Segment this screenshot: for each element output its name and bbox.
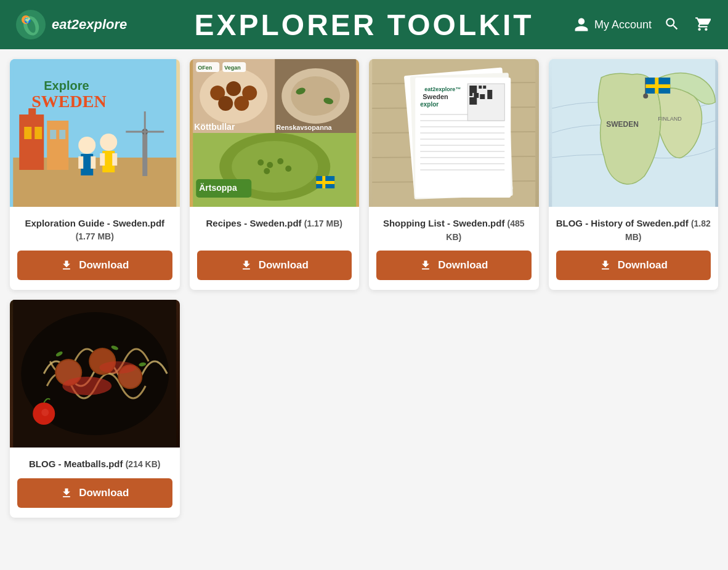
svg-text:SWEDEN: SWEDEN [606, 120, 639, 129]
svg-point-109 [99, 361, 136, 374]
search-icon [664, 16, 680, 32]
header: 🌍 eat2explore EXPLORER TOOLKIT My Accoun… [0, 0, 728, 49]
svg-point-51 [257, 159, 264, 166]
svg-text:FINLAND: FINLAND [658, 116, 682, 122]
svg-point-20 [78, 137, 95, 154]
svg-rect-23 [91, 156, 95, 169]
svg-text:eat2explore™: eat2explore™ [424, 86, 461, 92]
svg-rect-90 [480, 94, 485, 99]
card-title-blog-meatballs: BLOG - Meatballs.pdf (214 KB) [29, 457, 160, 471]
cart-button[interactable] [692, 14, 713, 36]
card-exploration-guide: Explore SWEDEN Exploration Guide - Swede… [10, 59, 180, 290]
cards-grid: Explore SWEDEN Exploration Guide - Swede… [0, 49, 728, 300]
svg-rect-11 [47, 121, 68, 170]
card-recipes-sweden: OFen Vegan Köttbullar Renskavsopanna [190, 59, 360, 290]
svg-rect-91 [487, 90, 492, 99]
svg-rect-58 [322, 176, 325, 188]
svg-text:Sweden: Sweden [423, 93, 448, 100]
svg-rect-88 [474, 93, 479, 98]
svg-text:OFen: OFen [198, 65, 212, 71]
card-size-exploration-guide: (1.77 MB) [76, 231, 114, 241]
card-image-recipes: OFen Vegan Köttbullar Renskavsopanna [190, 59, 360, 207]
card-title-shopping: Shopping List - Sweden.pdf (485 KB) [376, 217, 532, 243]
svg-point-24 [100, 134, 117, 151]
header-actions: My Account [573, 14, 713, 36]
svg-point-36 [234, 96, 249, 111]
card-shopping-list: eat2explore™ Sweden explor [369, 59, 539, 290]
svg-point-52 [267, 162, 273, 168]
svg-rect-85 [479, 86, 482, 89]
main-content: Explore SWEDEN Exploration Guide - Swede… [0, 49, 728, 528]
second-row: BLOG - Meatballs.pdf (214 KB) Download [0, 300, 728, 528]
page-title: EXPLORER TOOLKIT [194, 8, 533, 42]
cart-icon [695, 16, 711, 32]
svg-point-99 [643, 94, 648, 98]
card-image-shopping: eat2explore™ Sweden explor [369, 59, 539, 207]
download-button-exploration-guide[interactable]: Download [17, 251, 172, 280]
svg-rect-89 [469, 97, 477, 105]
download-button-blog-history[interactable]: Download [556, 251, 711, 280]
person-icon [573, 17, 589, 33]
svg-point-55 [264, 168, 270, 174]
svg-rect-98 [655, 78, 658, 94]
logo-icon: 🌍 [15, 9, 47, 41]
svg-point-53 [277, 158, 283, 164]
card-info-recipes: Recipes - Sweden.pdf (1.17 MB) [199, 207, 350, 251]
svg-rect-27 [112, 153, 117, 166]
download-button-blog-meatballs[interactable]: Download [17, 478, 172, 508]
my-account-button[interactable]: My Account [573, 17, 652, 33]
card-blog-history: SWEDEN FINLAND BLOG - History of Sweden.… [549, 59, 719, 290]
card-image-blog-meatballs [10, 300, 180, 448]
card-image-blog-history: SWEDEN FINLAND [549, 59, 719, 207]
card-title-recipes: Recipes - Sweden.pdf (1.17 MB) [206, 217, 342, 230]
card-image-exploration-guide: Explore SWEDEN [10, 59, 180, 207]
card-info-exploration-guide: Exploration Guide - Sweden.pdf (1.77 MB) [10, 207, 180, 251]
card-info-shopping: Shopping List - Sweden.pdf (485 KB) [369, 207, 539, 251]
svg-point-111 [41, 409, 49, 416]
card-title-blog-history: BLOG - History of Sweden.pdf (1.82 MB) [556, 217, 711, 243]
svg-text:Vegan: Vegan [224, 65, 241, 71]
svg-point-108 [62, 377, 111, 395]
svg-text:explor: explor [420, 101, 439, 108]
svg-point-35 [218, 96, 233, 111]
card-info-blog-meatballs: BLOG - Meatballs.pdf (214 KB) [22, 448, 168, 478]
svg-text:SWEDEN: SWEDEN [31, 92, 106, 111]
svg-rect-7 [19, 114, 44, 170]
svg-text:Köttbullar: Köttbullar [194, 122, 235, 132]
card-info-blog-history: BLOG - History of Sweden.pdf (1.82 MB) [549, 207, 719, 251]
svg-rect-13 [59, 130, 65, 139]
download-icon [240, 259, 253, 271]
svg-rect-84 [469, 86, 477, 93]
svg-point-44 [291, 76, 340, 116]
logo-link[interactable]: 🌍 eat2explore [15, 9, 127, 41]
svg-rect-87 [469, 93, 472, 96]
logo-text: eat2explore [52, 17, 127, 33]
my-account-label: My Account [594, 18, 652, 31]
search-button[interactable] [661, 14, 682, 36]
svg-text:Renskavsopanna: Renskavsopanna [276, 124, 332, 131]
svg-rect-86 [483, 86, 486, 89]
svg-text:Ärtsoppa: Ärtsoppa [199, 183, 237, 193]
download-icon [60, 487, 73, 499]
svg-rect-10 [34, 127, 42, 139]
card-title-exploration-guide: Exploration Guide - Sweden.pdf (1.77 MB) [17, 217, 172, 243]
svg-text:Explore: Explore [44, 79, 89, 92]
card-size-blog-meatballs: (214 KB) [126, 459, 161, 469]
card-blog-meatballs: BLOG - Meatballs.pdf (214 KB) Download [10, 300, 180, 518]
svg-rect-26 [100, 153, 105, 166]
card-size-recipes: (1.17 MB) [304, 219, 342, 228]
svg-text:🌍: 🌍 [24, 17, 31, 24]
download-icon [60, 259, 73, 271]
download-icon [599, 259, 612, 271]
download-button-recipes[interactable]: Download [197, 251, 352, 280]
svg-rect-22 [78, 156, 83, 169]
svg-rect-9 [24, 127, 31, 139]
svg-point-54 [285, 166, 291, 172]
svg-rect-12 [50, 130, 56, 139]
download-button-shopping[interactable]: Download [376, 251, 532, 280]
download-icon [419, 259, 432, 271]
svg-point-33 [226, 81, 241, 96]
